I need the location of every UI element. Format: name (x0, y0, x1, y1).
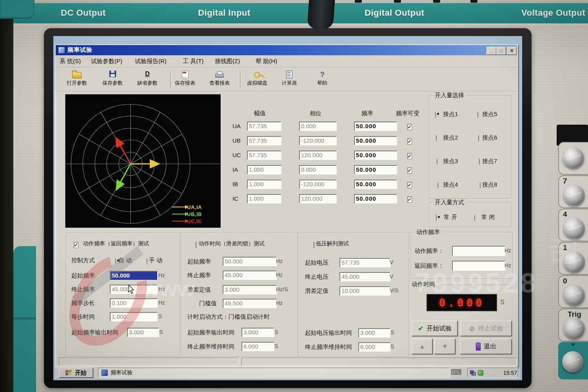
ua-freq-variable-checkbox[interactable]: ✓ (407, 124, 412, 130)
menu-tools[interactable]: 工 具(T) (183, 58, 203, 65)
teal-marker (571, 343, 575, 347)
stop-icon: ⊘ (469, 325, 475, 333)
contact2-radio[interactable] (436, 134, 437, 142)
end-voltage-input[interactable]: 45.000 (339, 272, 390, 281)
ic-frequency-input[interactable]: 50.000 (354, 194, 397, 203)
tt-hold-time-input[interactable]: 6.000 (241, 342, 274, 351)
check-icon: ✔ (418, 325, 423, 333)
green-tray-icon[interactable] (478, 370, 483, 376)
hardware-knob-4 (564, 218, 585, 239)
connector-nub (470, 0, 477, 3)
contact5-radio[interactable] (477, 111, 478, 118)
calculator-button[interactable]: 计算器 (271, 71, 307, 87)
contact4-radio[interactable] (437, 181, 438, 189)
ua-phase-input[interactable]: 0.000 (299, 122, 337, 131)
normally-closed-radio[interactable] (474, 214, 475, 221)
start-voltage-input[interactable]: 57.735 (339, 258, 390, 267)
result-group-title: 动作频率 (414, 229, 442, 236)
ia-freq-variable-checkbox[interactable]: ✓ (407, 167, 412, 174)
normally-open-radio[interactable] (436, 214, 437, 221)
ia-amplitude-input[interactable]: 1.000 (247, 165, 281, 174)
threshold-input[interactable]: 49.500 (223, 299, 277, 308)
ib-frequency-input[interactable]: 50.000 (354, 180, 397, 189)
tt-output-time-input[interactable]: 3.000 (241, 328, 274, 337)
ic-amplitude-input[interactable]: 1.000 (247, 194, 281, 203)
vector-uc-ic (116, 139, 131, 164)
ub-amplitude-input[interactable]: 57.735 (247, 136, 281, 145)
col-header-amplitude: 幅值 (254, 110, 266, 117)
key-icon (252, 71, 262, 78)
keyboard-tray-icon[interactable]: ⌨ (451, 368, 461, 377)
cable (307, 0, 335, 30)
ub-phase-input[interactable]: -120.000 (299, 136, 337, 145)
ua-frequency-input[interactable]: 50.000 (354, 122, 397, 131)
titlebar[interactable] (56, 45, 517, 55)
tt-start-frequency-input[interactable]: 50.000 (223, 257, 277, 266)
save-params-button[interactable]: 保存参数 (94, 71, 131, 87)
voltage-test-checkbox[interactable] (314, 242, 314, 248)
contact1-radio[interactable] (435, 111, 436, 118)
up-arrow-icon: ▲ (419, 343, 425, 350)
step-up-button[interactable]: ▲ (412, 339, 433, 354)
uc-phase-input[interactable]: 120.000 (299, 151, 337, 160)
instrument-front-panel: DC Output Digital Input Digital Output V… (0, 0, 588, 392)
menu-test-params[interactable]: 试验参数(P) (91, 58, 122, 65)
taskbar-task-freq-test[interactable]: 频率试验 (98, 368, 450, 378)
contact7-radio[interactable] (479, 158, 480, 165)
ib-amplitude-input[interactable]: 1.000 (247, 180, 281, 189)
open-params-button[interactable]: 打开参数 (59, 71, 95, 87)
default-params-button[interactable]: D 缺省参数 (129, 71, 165, 87)
ub-freq-variable-checkbox[interactable]: ✓ (407, 138, 412, 145)
phasor-diagram: UA,IA UB,IB UC,IC (65, 94, 221, 228)
uc-frequency-input[interactable]: 50.000 (354, 151, 397, 160)
vt-hold-time-input[interactable]: 6.000 (358, 342, 390, 352)
minimize-button[interactable]: _ (486, 47, 496, 55)
result-group: 动作频率 动作频率： Hz 返回频率： Hz (411, 232, 513, 279)
tt-end-frequency-input[interactable]: 45.000 (223, 270, 277, 280)
virtual-keyboard-button[interactable]: 虚拟键盘 (239, 71, 275, 87)
ua-amplitude-input[interactable]: 57.735 (247, 122, 281, 131)
save-report-button[interactable]: 保存报表 (167, 71, 203, 87)
slip-setting-input[interactable]: 3.000 (223, 285, 277, 294)
contact3-radio[interactable] (437, 158, 437, 165)
input-select-group: 开入量选择 接点1 接点2 接点3 接点4 接点5 接点6 接点7 接点8 (429, 95, 512, 199)
view-report-button[interactable]: 查看报表 (201, 71, 238, 87)
menu-help[interactable]: 帮 助(H) (256, 58, 277, 65)
close-button[interactable]: ✕ (507, 47, 517, 55)
menu-system[interactable]: 系 统(S) (60, 58, 81, 65)
table-row-ib: IB 1.000 -120.000 50.000 ✓ (225, 180, 429, 189)
ib-freq-variable-checkbox[interactable]: ✓ (407, 182, 412, 188)
maximize-button[interactable]: □ (496, 47, 506, 55)
ib-phase-input[interactable]: -120.000 (299, 180, 337, 189)
start-test-button[interactable]: ✔ 开始试验 (412, 321, 458, 336)
windows-logo-icon (65, 370, 72, 376)
contact6-radio[interactable] (478, 134, 479, 142)
uc-amplitude-input[interactable]: 57.735 (247, 151, 281, 160)
network-disconnected-icon[interactable]: ✗ (470, 370, 475, 376)
step-down-button[interactable]: ▼ (434, 339, 456, 354)
start-freq-output-time-input[interactable]: 3.000 (127, 328, 159, 337)
ub-frequency-input[interactable]: 50.000 (354, 136, 397, 145)
ic-phase-input[interactable]: 120.000 (299, 194, 337, 203)
col-header-frequency: 频率 (361, 110, 373, 117)
ia-phase-input[interactable]: 0.000 (299, 165, 337, 174)
stop-test-button[interactable]: ⊘ 停止试验 (460, 321, 512, 336)
vt-output-time-input[interactable]: 3.000 (358, 328, 390, 338)
ia-frequency-input[interactable]: 50.000 (354, 165, 397, 174)
help-button[interactable]: ? 帮助 (304, 71, 340, 87)
time-test-checkbox[interactable] (196, 242, 196, 248)
uc-freq-variable-checkbox[interactable]: ✓ (407, 153, 412, 159)
start-button[interactable]: 开始 (59, 368, 93, 378)
time-test-label: 动作时间（滑差闭锁）测试 (199, 240, 265, 247)
contact8-radio[interactable] (480, 181, 481, 189)
ic-freq-variable-checkbox[interactable]: ✓ (407, 196, 412, 203)
table-row-ub: UB 57.735 -120.000 50.000 ✓ (225, 136, 429, 145)
freq-test-checkbox[interactable]: ✓ (74, 242, 78, 248)
menu-wiring-diagram[interactable]: 接线图(Z) (215, 58, 240, 65)
legend-arrow-ub (172, 214, 185, 214)
col-header-phase: 相位 (310, 110, 321, 117)
knob-label: 4 (563, 210, 567, 219)
voltage-slip-input[interactable]: 10.000 (339, 286, 390, 296)
exit-button[interactable]: 退出 (460, 339, 512, 354)
menu-test-report[interactable]: 试验报告(R) (135, 58, 167, 65)
